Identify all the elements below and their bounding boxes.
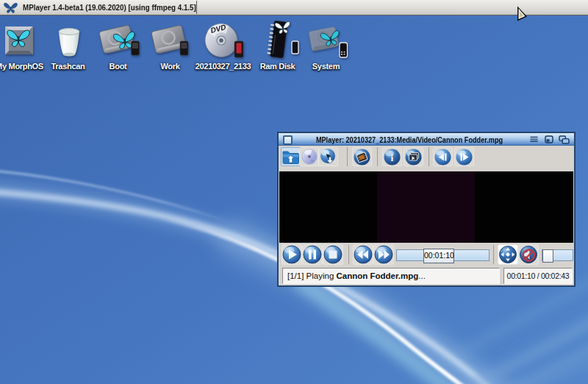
svg-text:i: i — [391, 152, 394, 163]
